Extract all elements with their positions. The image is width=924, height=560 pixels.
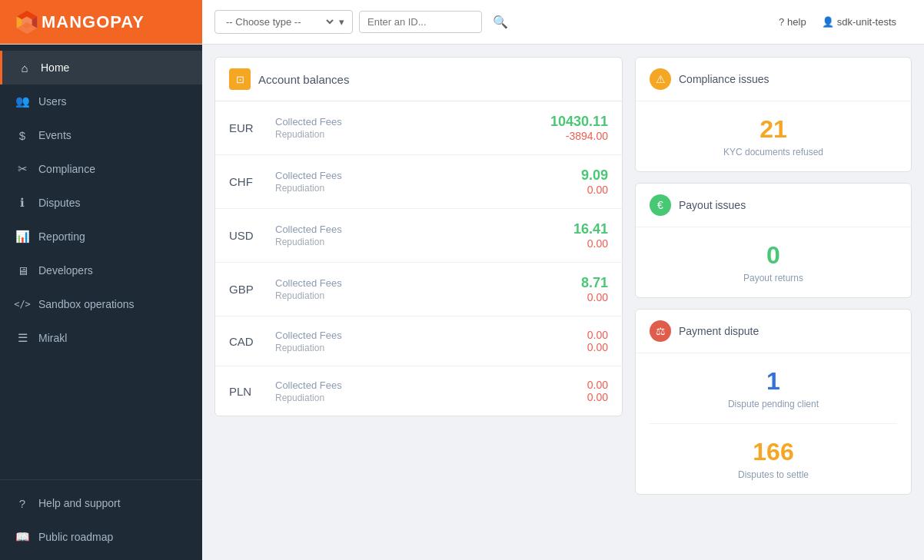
fee-section-eur: Collected Fees Repudiation	[275, 116, 550, 140]
compliance-icon: ✂	[15, 162, 29, 176]
fee-amounts-pln: 0.00 0.00	[587, 379, 608, 403]
sidebar-item-label: Compliance	[38, 163, 95, 175]
collected-fees-label: Collected Fees	[275, 330, 587, 341]
payout-issues-body: 0 Payout returns	[636, 227, 911, 297]
account-balances-icon: ⊡	[229, 68, 251, 90]
repudiation-amount: 0.00	[587, 341, 608, 353]
compliance-sublabel: KYC documents refused	[650, 147, 897, 157]
payout-count: 0	[650, 241, 897, 270]
sidebar-item-events[interactable]: $ Events	[0, 118, 202, 152]
collected-amount: 16.41	[573, 221, 608, 237]
sidebar-item-compliance[interactable]: ✂ Compliance	[0, 152, 202, 186]
collected-fees-label: Collected Fees	[275, 116, 550, 128]
id-input[interactable]	[359, 11, 482, 33]
repudiation-label: Repudiation	[275, 183, 581, 194]
dispute-settle-count: 166	[650, 438, 897, 466]
collected-amount: 8.71	[581, 275, 608, 291]
sidebar-item-developers[interactable]: 🖥 Developers	[0, 253, 202, 287]
repudiation-label: Repudiation	[275, 343, 587, 353]
help-link[interactable]: ? help	[779, 16, 806, 28]
sidebar-item-label: Public roadmap	[38, 531, 113, 543]
repudiation-amount: 0.00	[581, 184, 608, 196]
sidebar-item-label: Home	[41, 61, 69, 74]
table-row: GBP Collected Fees Repudiation 8.71 0.00	[215, 263, 622, 316]
search-button[interactable]: 🔍	[488, 10, 513, 34]
table-row: CAD Collected Fees Repudiation 0.00 0.00	[215, 316, 622, 366]
repudiation-amount: 0.00	[581, 291, 608, 303]
header: MANGOPAY -- Choose type -- ▾ 🔍 ? help 👤 …	[0, 0, 924, 45]
table-row: CHF Collected Fees Repudiation 9.09 0.00	[215, 155, 622, 209]
currency-pln: PLN	[229, 385, 275, 398]
collected-fees-label: Collected Fees	[275, 277, 581, 289]
compliance-issues-body: 21 KYC documents refused	[636, 101, 911, 171]
payment-dispute-header: ⚖ Payment dispute	[636, 310, 911, 353]
compliance-issues-header: ⚠ Compliance issues	[636, 58, 911, 101]
header-controls: -- Choose type -- ▾ 🔍 ? help 👤 sdk-unit-…	[202, 10, 924, 34]
payout-sublabel: Payout returns	[650, 273, 897, 283]
logo-area: MANGOPAY	[0, 0, 202, 44]
collected-amount: 0.00	[587, 379, 608, 391]
payment-dispute-body-1: 1 Dispute pending client	[636, 353, 911, 423]
collected-fees-label: Collected Fees	[275, 379, 587, 391]
sidebar-item-users[interactable]: 👥 Users	[0, 84, 202, 118]
account-balances-card: ⊡ Account balances EUR Collected Fees Re…	[214, 57, 623, 416]
currency-eur: EUR	[229, 121, 275, 134]
help-label: help	[787, 16, 806, 28]
fee-amounts-chf: 9.09 0.00	[581, 167, 608, 196]
sidebar: ⌂ Home 👥 Users $ Events ✂ Compliance ℹ D…	[0, 45, 202, 560]
reporting-icon: 📊	[15, 230, 29, 244]
dispute-settle-label: Disputes to settle	[650, 469, 897, 480]
compliance-issues-card: ⚠ Compliance issues 21 KYC documents ref…	[635, 57, 912, 172]
fee-section-chf: Collected Fees Repudiation	[275, 170, 581, 194]
fee-section-usd: Collected Fees Repudiation	[275, 224, 573, 247]
dispute-pending-label: Dispute pending client	[650, 399, 897, 409]
question-icon: ?	[779, 16, 784, 28]
sidebar-nav: ⌂ Home 👥 Users $ Events ✂ Compliance ℹ D…	[0, 45, 202, 479]
repudiation-label: Repudiation	[275, 129, 550, 140]
collected-fees-label: Collected Fees	[275, 170, 581, 181]
payment-dispute-card: ⚖ Payment dispute 1 Dispute pending clie…	[635, 309, 912, 495]
logo-text: MANGOPAY	[42, 12, 145, 32]
sidebar-item-reporting[interactable]: 📊 Reporting	[0, 220, 202, 253]
sidebar-item-sandbox[interactable]: </> Sandbox operations	[0, 287, 202, 321]
header-right: ? help 👤 sdk-unit-tests	[779, 16, 912, 28]
left-panel: ⊡ Account balances EUR Collected Fees Re…	[214, 57, 623, 548]
fee-section-cad: Collected Fees Repudiation	[275, 330, 587, 353]
compliance-issues-title: Compliance issues	[679, 73, 769, 85]
sidebar-item-mirakl[interactable]: ☰ Mirakl	[0, 321, 202, 355]
collected-amount: 10430.11	[550, 114, 608, 130]
type-select[interactable]: -- Choose type --	[223, 15, 336, 28]
sidebar-item-label: Disputes	[38, 197, 80, 209]
sidebar-item-label: Reporting	[38, 230, 85, 243]
right-panel: ⚠ Compliance issues 21 KYC documents ref…	[635, 57, 912, 548]
sidebar-item-roadmap[interactable]: 📖 Public roadmap	[0, 520, 202, 554]
account-balances-header: ⊡ Account balances	[215, 58, 622, 101]
help-support-icon: ?	[15, 496, 29, 510]
sidebar-item-label: Events	[38, 129, 71, 141]
payment-dispute-title: Payment dispute	[679, 325, 759, 337]
type-select-wrapper[interactable]: -- Choose type -- ▾	[214, 10, 353, 34]
payout-issues-title: Payout issues	[679, 199, 746, 211]
repudiation-label: Repudiation	[275, 393, 587, 403]
user-info: 👤 sdk-unit-tests	[822, 16, 896, 28]
currency-chf: CHF	[229, 175, 275, 188]
payout-issues-card: € Payout issues 0 Payout returns	[635, 183, 912, 298]
collected-fees-label: Collected Fees	[275, 224, 573, 235]
fee-section-pln: Collected Fees Repudiation	[275, 379, 587, 403]
table-row: USD Collected Fees Repudiation 16.41 0.0…	[215, 209, 622, 263]
payout-issues-header: € Payout issues	[636, 184, 911, 227]
fee-section-gbp: Collected Fees Repudiation	[275, 277, 581, 301]
account-balances-title: Account balances	[258, 73, 349, 86]
compliance-icon: ⚠	[650, 68, 671, 90]
sidebar-item-home[interactable]: ⌂ Home	[0, 51, 202, 84]
sidebar-item-disputes[interactable]: ℹ Disputes	[0, 186, 202, 220]
search-icon: 🔍	[493, 15, 508, 28]
sidebar-item-help[interactable]: ? Help and support	[0, 486, 202, 520]
fee-amounts-gbp: 8.71 0.00	[581, 275, 608, 303]
events-icon: $	[15, 128, 29, 142]
sidebar-item-label: Sandbox operations	[38, 298, 135, 310]
chevron-down-icon: ▾	[339, 16, 344, 28]
repudiation-label: Repudiation	[275, 290, 581, 301]
repudiation-amount: 0.00	[587, 391, 608, 403]
users-icon: 👥	[15, 94, 29, 108]
